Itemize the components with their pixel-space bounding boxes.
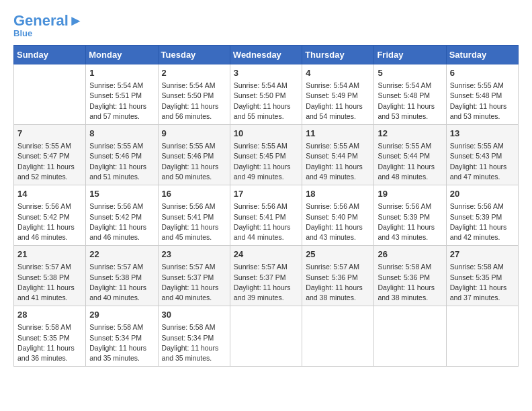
calendar-cell: 14Sunrise: 5:56 AM Sunset: 5:42 PM Dayli… — [14, 185, 86, 246]
day-info: Sunrise: 5:56 AM Sunset: 5:39 PM Dayligh… — [378, 201, 442, 242]
day-number: 24 — [234, 248, 298, 261]
calendar-body: 1Sunrise: 5:54 AM Sunset: 5:51 PM Daylig… — [14, 64, 519, 367]
day-number: 27 — [450, 248, 515, 261]
day-info: Sunrise: 5:54 AM Sunset: 5:49 PM Dayligh… — [306, 81, 370, 122]
day-info: Sunrise: 5:56 AM Sunset: 5:39 PM Dayligh… — [450, 201, 515, 242]
day-number: 21 — [17, 248, 82, 261]
calendar-cell: 28Sunrise: 5:58 AM Sunset: 5:35 PM Dayli… — [14, 306, 86, 367]
day-number: 9 — [162, 128, 226, 140]
day-info: Sunrise: 5:56 AM Sunset: 5:41 PM Dayligh… — [162, 201, 226, 242]
day-number: 13 — [450, 128, 515, 140]
day-number: 1 — [89, 67, 154, 79]
calendar-cell: 15Sunrise: 5:56 AM Sunset: 5:42 PM Dayli… — [86, 185, 158, 246]
calendar-cell: 13Sunrise: 5:55 AM Sunset: 5:43 PM Dayli… — [446, 125, 518, 185]
day-number: 12 — [378, 128, 442, 140]
day-info: Sunrise: 5:56 AM Sunset: 5:42 PM Dayligh… — [89, 201, 154, 242]
day-info: Sunrise: 5:54 AM Sunset: 5:50 PM Dayligh… — [234, 81, 298, 122]
calendar-cell: 30Sunrise: 5:58 AM Sunset: 5:34 PM Dayli… — [158, 306, 230, 367]
day-number: 11 — [306, 128, 370, 140]
day-info: Sunrise: 5:55 AM Sunset: 5:44 PM Dayligh… — [306, 141, 370, 182]
day-number: 19 — [378, 188, 442, 200]
day-number: 3 — [234, 67, 298, 79]
day-info: Sunrise: 5:58 AM Sunset: 5:34 PM Dayligh… — [162, 322, 226, 363]
day-info: Sunrise: 5:56 AM Sunset: 5:42 PM Dayligh… — [17, 201, 82, 242]
logo: General► Blue — [13, 13, 83, 38]
calendar-cell: 21Sunrise: 5:57 AM Sunset: 5:38 PM Dayli… — [14, 246, 86, 306]
calendar-cell: 16Sunrise: 5:56 AM Sunset: 5:41 PM Dayli… — [158, 185, 230, 246]
week-row-2: 7Sunrise: 5:55 AM Sunset: 5:47 PM Daylig… — [14, 125, 519, 185]
weekday-header-monday: Monday — [86, 46, 158, 64]
weekday-header-saturday: Saturday — [446, 46, 518, 64]
day-number: 4 — [306, 67, 370, 79]
day-info: Sunrise: 5:58 AM Sunset: 5:36 PM Dayligh… — [378, 262, 442, 303]
day-info: Sunrise: 5:56 AM Sunset: 5:40 PM Dayligh… — [306, 201, 370, 242]
day-number: 6 — [450, 67, 515, 79]
weekday-header-friday: Friday — [374, 46, 446, 64]
day-number: 28 — [17, 309, 82, 321]
logo-blue-text: Blue — [13, 28, 32, 38]
day-info: Sunrise: 5:55 AM Sunset: 5:46 PM Dayligh… — [89, 141, 154, 182]
day-info: Sunrise: 5:55 AM Sunset: 5:45 PM Dayligh… — [234, 141, 298, 182]
calendar-cell: 8Sunrise: 5:55 AM Sunset: 5:46 PM Daylig… — [86, 125, 158, 185]
logo-general: General — [13, 12, 69, 29]
calendar-cell — [446, 306, 518, 367]
day-info: Sunrise: 5:55 AM Sunset: 5:46 PM Dayligh… — [162, 141, 226, 182]
day-number: 30 — [162, 309, 226, 321]
calendar-cell: 18Sunrise: 5:56 AM Sunset: 5:40 PM Dayli… — [302, 185, 374, 246]
logo-blue: ► — [69, 12, 83, 29]
calendar-cell: 23Sunrise: 5:57 AM Sunset: 5:37 PM Dayli… — [158, 246, 230, 306]
day-number: 8 — [89, 128, 154, 140]
week-row-1: 1Sunrise: 5:54 AM Sunset: 5:51 PM Daylig… — [14, 64, 519, 125]
day-number: 23 — [162, 248, 226, 261]
calendar-cell: 9Sunrise: 5:55 AM Sunset: 5:46 PM Daylig… — [158, 125, 230, 185]
day-number: 17 — [234, 188, 298, 200]
calendar-table: SundayMondayTuesdayWednesdayThursdayFrid… — [13, 45, 519, 367]
day-number: 20 — [450, 188, 515, 200]
page-header: General► Blue — [13, 13, 519, 38]
day-number: 29 — [89, 309, 154, 321]
weekday-header-row: SundayMondayTuesdayWednesdayThursdayFrid… — [14, 46, 519, 64]
calendar-cell — [230, 306, 302, 367]
calendar-cell: 27Sunrise: 5:58 AM Sunset: 5:35 PM Dayli… — [446, 246, 518, 306]
calendar-cell: 5Sunrise: 5:54 AM Sunset: 5:48 PM Daylig… — [374, 64, 446, 125]
calendar-cell: 25Sunrise: 5:57 AM Sunset: 5:36 PM Dayli… — [302, 246, 374, 306]
calendar-cell: 26Sunrise: 5:58 AM Sunset: 5:36 PM Dayli… — [374, 246, 446, 306]
day-number: 10 — [234, 128, 298, 140]
day-info: Sunrise: 5:54 AM Sunset: 5:51 PM Dayligh… — [89, 81, 154, 122]
day-info: Sunrise: 5:57 AM Sunset: 5:38 PM Dayligh… — [89, 262, 154, 303]
day-number: 5 — [378, 67, 442, 79]
day-info: Sunrise: 5:58 AM Sunset: 5:34 PM Dayligh… — [89, 322, 154, 363]
day-number: 25 — [306, 248, 370, 261]
weekday-header-sunday: Sunday — [14, 46, 86, 64]
calendar-cell: 29Sunrise: 5:58 AM Sunset: 5:34 PM Dayli… — [86, 306, 158, 367]
day-info: Sunrise: 5:57 AM Sunset: 5:37 PM Dayligh… — [234, 262, 298, 303]
logo-text: General► — [13, 13, 83, 28]
day-number: 18 — [306, 188, 370, 200]
day-info: Sunrise: 5:58 AM Sunset: 5:35 PM Dayligh… — [450, 262, 515, 303]
week-row-5: 28Sunrise: 5:58 AM Sunset: 5:35 PM Dayli… — [14, 306, 519, 367]
calendar-cell: 7Sunrise: 5:55 AM Sunset: 5:47 PM Daylig… — [14, 125, 86, 185]
weekday-header-wednesday: Wednesday — [230, 46, 302, 64]
calendar-cell: 22Sunrise: 5:57 AM Sunset: 5:38 PM Dayli… — [86, 246, 158, 306]
day-info: Sunrise: 5:56 AM Sunset: 5:41 PM Dayligh… — [234, 201, 298, 242]
calendar-cell: 4Sunrise: 5:54 AM Sunset: 5:49 PM Daylig… — [302, 64, 374, 125]
day-info: Sunrise: 5:57 AM Sunset: 5:36 PM Dayligh… — [306, 262, 370, 303]
day-info: Sunrise: 5:55 AM Sunset: 5:43 PM Dayligh… — [450, 141, 515, 182]
calendar-cell: 19Sunrise: 5:56 AM Sunset: 5:39 PM Dayli… — [374, 185, 446, 246]
day-number: 2 — [162, 67, 226, 79]
calendar-cell — [302, 306, 374, 367]
day-number: 7 — [17, 128, 82, 140]
day-info: Sunrise: 5:55 AM Sunset: 5:44 PM Dayligh… — [378, 141, 442, 182]
calendar-cell — [14, 64, 86, 125]
week-row-4: 21Sunrise: 5:57 AM Sunset: 5:38 PM Dayli… — [14, 246, 519, 306]
day-info: Sunrise: 5:54 AM Sunset: 5:50 PM Dayligh… — [162, 81, 226, 122]
day-number: 14 — [17, 188, 82, 200]
day-info: Sunrise: 5:55 AM Sunset: 5:47 PM Dayligh… — [17, 141, 82, 182]
day-info: Sunrise: 5:57 AM Sunset: 5:38 PM Dayligh… — [17, 262, 82, 303]
calendar-cell: 24Sunrise: 5:57 AM Sunset: 5:37 PM Dayli… — [230, 246, 302, 306]
calendar-cell: 20Sunrise: 5:56 AM Sunset: 5:39 PM Dayli… — [446, 185, 518, 246]
calendar-cell: 12Sunrise: 5:55 AM Sunset: 5:44 PM Dayli… — [374, 125, 446, 185]
calendar-cell: 2Sunrise: 5:54 AM Sunset: 5:50 PM Daylig… — [158, 64, 230, 125]
calendar-cell: 10Sunrise: 5:55 AM Sunset: 5:45 PM Dayli… — [230, 125, 302, 185]
day-number: 16 — [162, 188, 226, 200]
